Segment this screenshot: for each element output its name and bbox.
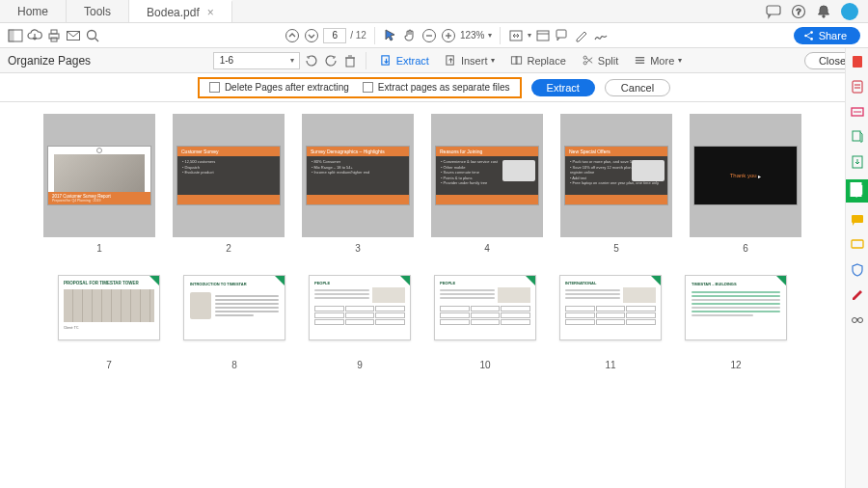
rail-stamp-icon[interactable] [850, 237, 865, 253]
page-thumb[interactable]: PROPOSAL FOR TIMESTAR TOWERClient: TC7 [58, 275, 160, 370]
delete-after-check[interactable]: Delete Pages after extracting [209, 82, 349, 93]
page-range-select[interactable]: 1-6 [213, 52, 300, 69]
avatar[interactable] [841, 3, 858, 20]
save-cloud-icon[interactable] [27, 28, 42, 43]
page-number-label: 8 [231, 360, 237, 370]
svg-rect-29 [382, 56, 389, 65]
thumbnail-grid[interactable]: 2017 Customer Survey ReportPrepared for … [0, 102, 845, 488]
bell-icon[interactable] [816, 4, 831, 19]
extract-options-bar: Delete Pages after extracting Extract pa… [0, 73, 868, 102]
page-number-label: 11 [605, 360, 615, 370]
cancel-button[interactable]: Cancel [605, 79, 670, 96]
svg-rect-22 [556, 30, 566, 38]
highlight-icon[interactable] [574, 28, 589, 43]
tab-file[interactable]: Bodea.pdf× [129, 0, 232, 22]
svg-point-25 [810, 38, 813, 41]
page-thumb[interactable]: 2017 Customer Survey ReportPrepared for … [43, 114, 155, 254]
extract-button[interactable]: Extract [531, 79, 595, 96]
extract-button-label: Extract [547, 82, 580, 94]
search-icon[interactable] [85, 28, 100, 43]
hand-icon[interactable] [402, 28, 418, 43]
fit-width-icon[interactable] [508, 28, 524, 43]
rail-redact-icon[interactable] [850, 312, 865, 328]
page-number-label: 3 [355, 243, 361, 254]
rail-pdf-icon[interactable] [850, 54, 865, 69]
page-thumb[interactable]: Survey Demographics – Highlights• 80% Co… [302, 114, 414, 254]
page-thumb[interactable]: PEOPLE10 [434, 275, 536, 370]
tab-strip: Home Tools Bodea.pdf× ? [0, 0, 868, 23]
page-number-label: 9 [357, 360, 363, 370]
tab-file-label: Bodea.pdf [147, 6, 200, 19]
replace-tool[interactable]: Replace [504, 54, 571, 67]
sidebar-toggle-icon[interactable] [8, 28, 23, 43]
page-thumb[interactable]: INTERNATIONAL11 [559, 275, 662, 370]
close-tab-icon[interactable]: × [207, 6, 214, 19]
svg-point-49 [852, 318, 856, 323]
svg-point-12 [286, 29, 299, 41]
split-tool[interactable]: Split [576, 54, 624, 67]
page-number-label: 12 [730, 360, 741, 370]
svg-rect-44 [853, 131, 860, 141]
rail-edit-icon[interactable] [850, 79, 865, 95]
help-icon[interactable]: ? [791, 4, 806, 19]
page-thumb[interactable]: TIMESTAR – BUILDINGS12 [685, 275, 787, 370]
rail-forms-icon[interactable] [850, 104, 865, 120]
svg-rect-0 [767, 6, 780, 14]
separate-files-check[interactable]: Extract pages as separate files [363, 82, 510, 93]
svg-point-24 [810, 31, 813, 34]
rail-protect-icon[interactable] [850, 262, 865, 278]
page-number-input[interactable]: 6 [323, 28, 346, 43]
svg-line-11 [95, 38, 99, 41]
mail-icon[interactable] [66, 28, 81, 43]
more-tool[interactable]: More▾ [628, 54, 688, 67]
page-thumb[interactable]: PEOPLE9 [309, 275, 411, 370]
extract-tool[interactable]: Extract [374, 54, 435, 67]
insert-tool[interactable]: Insert▾ [439, 54, 502, 67]
insert-label: Insert [461, 55, 488, 67]
tab-home[interactable]: Home [0, 0, 67, 22]
svg-point-10 [88, 30, 96, 39]
rotate-right-icon[interactable] [323, 53, 339, 68]
rail-comment-icon[interactable] [850, 212, 865, 228]
page-number-label: 4 [484, 243, 490, 254]
page-number-label: 10 [479, 360, 490, 370]
read-mode-icon[interactable] [535, 28, 551, 43]
zoom-level[interactable]: 123% [460, 30, 485, 41]
svg-rect-20 [537, 31, 549, 41]
close-label: Close [819, 55, 846, 67]
page-thumb[interactable]: Customer Survey• 12,500 customers• Dispa… [173, 114, 285, 254]
svg-rect-7 [51, 30, 57, 34]
share-button[interactable]: Share [794, 27, 860, 44]
page-down-icon[interactable] [304, 28, 319, 43]
delete-page-icon[interactable] [342, 53, 358, 68]
page-up-icon[interactable] [285, 28, 300, 43]
pointer-icon[interactable] [383, 28, 398, 43]
separate-files-label: Extract pages as separate files [378, 82, 510, 93]
tab-tools[interactable]: Tools [67, 0, 129, 22]
page-thumb[interactable]: Thank you ▸6 [690, 114, 801, 254]
checkbox-icon [209, 82, 220, 93]
page-thumb[interactable]: INTRODUCTION TO TIMESTAR8 [183, 275, 285, 370]
zoom-in-icon[interactable] [441, 28, 456, 43]
page-thumb[interactable]: New Special Offers• Pack two or more pla… [560, 114, 672, 254]
svg-text:?: ? [796, 7, 800, 16]
cancel-button-label: Cancel [621, 82, 654, 94]
rotate-left-icon[interactable] [304, 53, 319, 68]
rail-combine-icon[interactable] [850, 129, 865, 145]
rail-sign-icon[interactable] [850, 287, 865, 303]
page-number-label: 1 [96, 243, 102, 254]
annotate-icon[interactable] [555, 28, 570, 43]
page-thumb[interactable]: Reasons for Joining• Convenience & low s… [431, 114, 543, 254]
zoom-out-icon[interactable] [421, 28, 437, 43]
sign-toolbar-icon[interactable] [593, 28, 609, 43]
extract-options-highlight: Delete Pages after extracting Extract pa… [198, 77, 522, 98]
print-icon[interactable] [46, 28, 62, 43]
split-label: Split [598, 55, 618, 67]
chat-icon[interactable] [766, 4, 781, 19]
right-rail [845, 48, 868, 488]
share-label: Share [819, 30, 847, 41]
rail-share-icon[interactable] [850, 154, 865, 170]
svg-rect-26 [346, 58, 354, 67]
svg-point-3 [823, 14, 825, 16]
rail-organize-icon[interactable] [846, 179, 869, 203]
